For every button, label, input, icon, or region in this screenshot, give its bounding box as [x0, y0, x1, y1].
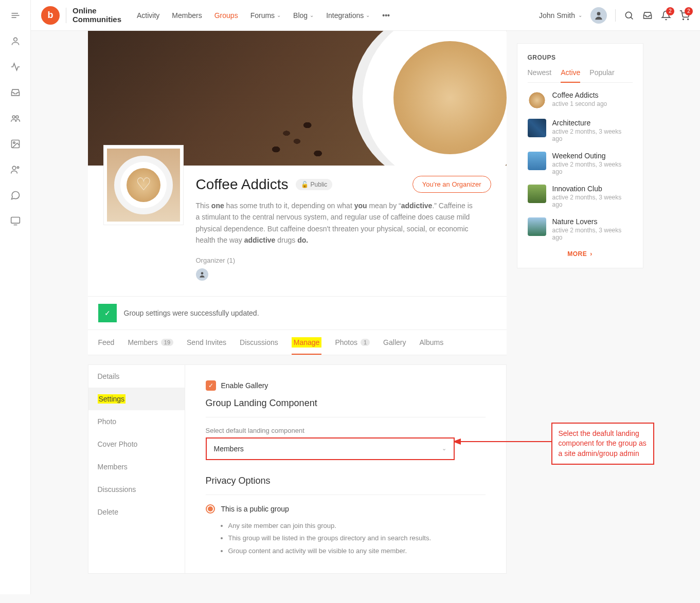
svg-point-13	[625, 12, 632, 18]
cart-badge: 2	[685, 7, 693, 15]
left-rail	[0, 0, 31, 594]
widget-item[interactable]: Coffee Addictsactive 1 second ago	[528, 91, 633, 109]
widget-item[interactable]: Architectureactive 2 months, 3 weeks ago	[528, 119, 633, 142]
nav-groups[interactable]: Groups	[214, 11, 238, 20]
activity-icon[interactable]	[10, 62, 21, 72]
svg-point-9	[17, 167, 19, 168]
group-description: This one has some truth to it, depending…	[196, 200, 474, 246]
chevron-down-icon: ⌄	[578, 12, 582, 18]
group-thumb	[528, 185, 546, 203]
tab-photos[interactable]: Photos1	[335, 330, 370, 355]
tab-discussions[interactable]: Discussions	[240, 330, 278, 355]
visibility-badge: 🔓Public	[296, 179, 333, 190]
widget-heading: GROUPS	[528, 54, 633, 61]
menu-icon[interactable]	[10, 10, 21, 21]
manage-nav-cover-photo[interactable]: Cover Photo	[88, 433, 185, 455]
widget-tab-newest[interactable]: Newest	[528, 68, 552, 82]
chevron-right-icon: ›	[590, 250, 593, 258]
manage-nav: Details Settings Photo Cover Photo Membe…	[88, 365, 185, 573]
notification-badge: 2	[666, 7, 674, 15]
public-group-label: This is a public group	[221, 505, 289, 513]
svg-point-17	[201, 272, 203, 275]
manage-nav-delete[interactable]: Delete	[88, 501, 185, 523]
tab-feed[interactable]: Feed	[98, 330, 115, 355]
people-icon[interactable]	[10, 165, 21, 175]
bell-icon[interactable]: 2	[661, 10, 671, 21]
search-icon[interactable]	[624, 10, 634, 21]
widget-tab-popular[interactable]: Popular	[589, 68, 614, 82]
landing-heading: Group Landing Component	[206, 398, 486, 409]
svg-point-5	[15, 116, 18, 118]
user-menu[interactable]: John Smith⌄	[539, 11, 582, 20]
nav-integrations[interactable]: Integrations⌄	[326, 11, 370, 20]
group-thumb	[528, 119, 546, 137]
svg-point-12	[597, 12, 601, 15]
landing-select[interactable]: Members ⌄	[206, 437, 455, 460]
tab-members[interactable]: Members19	[128, 330, 173, 355]
image-icon[interactable]	[10, 139, 21, 149]
inbox-icon[interactable]	[10, 87, 21, 98]
widget-tab-active[interactable]: Active	[561, 68, 580, 83]
svg-point-15	[683, 19, 684, 20]
logo-icon[interactable]: b	[41, 6, 60, 25]
svg-point-16	[688, 19, 689, 20]
mail-icon[interactable]	[642, 10, 653, 21]
svg-point-3	[13, 38, 17, 41]
groups-widget: GROUPS Newest Active Popular Coffee Addi…	[517, 43, 643, 268]
chat-icon[interactable]	[10, 190, 21, 200]
svg-rect-10	[11, 217, 20, 224]
chevron-down-icon: ⌄	[442, 445, 446, 452]
tab-send-invites[interactable]: Send Invites	[187, 330, 226, 355]
cart-icon[interactable]: 2	[679, 10, 690, 21]
enable-gallery-label: Enable Gallery	[221, 381, 268, 390]
lock-open-icon: 🔓	[301, 181, 309, 188]
manage-nav-settings[interactable]: Settings	[88, 388, 185, 410]
more-link[interactable]: MORE›	[528, 250, 633, 258]
public-group-radio[interactable]	[206, 504, 215, 514]
group-thumb	[528, 217, 546, 236]
group-thumb	[528, 152, 546, 170]
check-icon: ✓	[98, 304, 117, 322]
manage-nav-photo[interactable]: Photo	[88, 410, 185, 433]
organizer-label: Organizer (1)	[196, 257, 491, 264]
topbar: b OnlineCommunities Activity Members Gro…	[31, 0, 700, 31]
tab-manage[interactable]: Manage	[292, 337, 322, 348]
group-avatar[interactable]: ♡	[103, 145, 184, 225]
tab-albums[interactable]: Albums	[419, 330, 443, 355]
group-title: Coffee Addicts	[196, 176, 289, 193]
widget-item[interactable]: Nature Loversactive 2 months, 3 weeks ag…	[528, 217, 633, 241]
organizer-button[interactable]: You're an Organizer	[412, 176, 491, 193]
organizer-avatar[interactable]	[196, 268, 208, 281]
svg-point-7	[13, 142, 14, 143]
avatar[interactable]	[590, 7, 607, 24]
nav-forums[interactable]: Forums⌄	[250, 11, 281, 20]
nav-members[interactable]: Members	[172, 11, 202, 20]
nav-activity[interactable]: Activity	[137, 11, 159, 20]
user-icon[interactable]	[10, 36, 21, 46]
manage-nav-discussions[interactable]: Discussions	[88, 478, 185, 501]
nav-more-icon[interactable]: •••	[382, 11, 390, 20]
svg-point-4	[12, 116, 15, 118]
widget-item[interactable]: Weekend Outingactive 2 months, 3 weeks a…	[528, 152, 633, 175]
brand-name[interactable]: OnlineCommunities	[73, 7, 121, 24]
nav-blog[interactable]: Blog⌄	[293, 11, 314, 20]
public-bullets: Any site member can join this group.This…	[206, 520, 486, 558]
manage-nav-details[interactable]: Details	[88, 365, 185, 388]
tab-gallery[interactable]: Gallery	[383, 330, 406, 355]
group-tabs: Feed Members19 Send Invites Discussions …	[88, 330, 507, 355]
svg-line-14	[631, 17, 633, 19]
privacy-heading: Privacy Options	[206, 476, 486, 486]
success-alert: ✓ Group settings were successfully updat…	[88, 296, 507, 330]
manage-nav-members[interactable]: Members	[88, 455, 185, 478]
monitor-icon[interactable]	[10, 216, 21, 226]
enable-gallery-checkbox[interactable]: ✓	[206, 380, 216, 391]
chevron-down-icon: ⌄	[310, 12, 314, 18]
chevron-down-icon: ⌄	[366, 12, 370, 18]
group-thumb	[528, 91, 546, 109]
svg-point-8	[12, 166, 16, 170]
chevron-down-icon: ⌄	[277, 12, 281, 18]
landing-label: Select default landing component	[206, 427, 486, 434]
group-icon[interactable]	[10, 113, 21, 123]
widget-item[interactable]: Innovation Clubactive 2 months, 3 weeks …	[528, 185, 633, 208]
annotation-box: Select the deafult landing component for…	[551, 423, 654, 465]
